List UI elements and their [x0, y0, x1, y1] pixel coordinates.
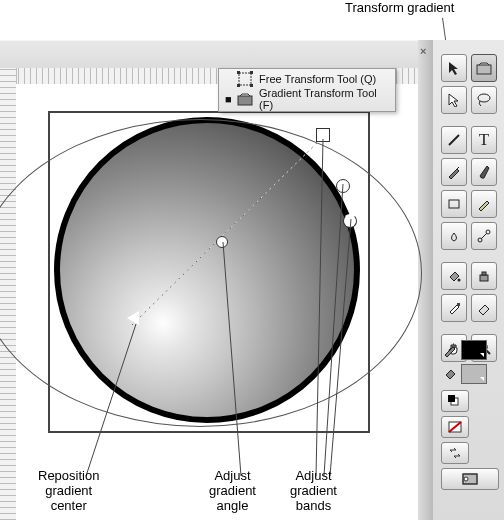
gradient-rotate-handle[interactable] — [343, 214, 357, 228]
svg-line-18 — [481, 233, 487, 239]
svg-rect-7 — [250, 71, 253, 74]
color-swatches — [443, 340, 495, 388]
callout-adjust-angle: Adjust gradient angle — [209, 468, 256, 513]
svg-rect-8 — [237, 84, 240, 87]
flyout-gradient-transform[interactable]: ■ Gradient Transform Tool (F) — [219, 89, 395, 109]
callout-reposition-center: Reposition gradient center — [38, 468, 99, 513]
svg-rect-26 — [448, 395, 455, 402]
free-transform-icon — [237, 71, 253, 87]
label-transform-gradient: Transform gradient — [345, 0, 454, 15]
pencil-tool[interactable] — [471, 190, 497, 218]
swap-colors-button[interactable] — [441, 442, 469, 464]
selection-tool[interactable] — [441, 54, 467, 82]
stage-canvas[interactable] — [16, 84, 418, 520]
svg-rect-20 — [480, 275, 488, 281]
transform-tool[interactable] — [471, 54, 497, 82]
svg-point-19 — [458, 279, 461, 282]
svg-rect-15 — [449, 200, 459, 208]
tools-panel: T — [432, 40, 504, 520]
line-tool[interactable] — [441, 126, 467, 154]
tool-grid: T — [441, 54, 497, 366]
svg-rect-12 — [477, 65, 491, 74]
svg-point-13 — [478, 94, 490, 102]
close-icon[interactable]: × — [420, 45, 430, 55]
gradient-transform-icon — [237, 91, 253, 107]
lasso-tool[interactable] — [471, 86, 497, 114]
svg-rect-10 — [238, 96, 252, 105]
svg-rect-22 — [457, 303, 460, 306]
svg-line-14 — [449, 135, 459, 145]
brush-tool[interactable] — [471, 158, 497, 186]
color-mode-buttons — [441, 390, 497, 494]
no-color-button[interactable] — [441, 416, 469, 438]
svg-rect-21 — [482, 272, 486, 275]
flyout-free-transform[interactable]: Free Transform Tool (Q) — [219, 69, 395, 89]
pen-tool[interactable] — [441, 158, 467, 186]
eyedropper-tool[interactable] — [441, 294, 467, 322]
callout-adjust-bands: Adjust gradient bands — [290, 468, 337, 513]
fill-color-icon — [443, 367, 457, 381]
svg-point-31 — [464, 477, 468, 481]
text-tool[interactable]: T — [471, 126, 497, 154]
black-white-button[interactable] — [441, 390, 469, 412]
flyout-label: Free Transform Tool (Q) — [259, 73, 376, 85]
bone-tool[interactable] — [471, 222, 497, 250]
paint-bucket-tool[interactable] — [441, 262, 467, 290]
subselection-tool[interactable] — [441, 86, 467, 114]
deco-tool[interactable] — [441, 222, 467, 250]
stroke-swatch[interactable] — [461, 340, 487, 360]
gradient-width-handle[interactable] — [336, 179, 350, 193]
svg-rect-5 — [239, 73, 251, 85]
ink-bottle-tool[interactable] — [471, 262, 497, 290]
options-bar: 100% — [0, 40, 418, 70]
options-section-button[interactable] — [441, 468, 499, 490]
figure-frame: Transform gradient 100% × — [0, 0, 504, 520]
stroke-color-icon — [443, 343, 457, 357]
rectangle-tool[interactable] — [441, 190, 467, 218]
svg-rect-9 — [250, 84, 253, 87]
fill-swatch[interactable] — [461, 364, 487, 384]
gradient-focal-handle[interactable] — [216, 236, 228, 248]
svg-rect-6 — [237, 71, 240, 74]
transform-tool-flyout: Free Transform Tool (Q) ■ Gradient Trans… — [218, 68, 396, 112]
flyout-label: Gradient Transform Tool (F) — [259, 87, 389, 111]
eraser-tool[interactable] — [471, 294, 497, 322]
gradient-scale-handle[interactable] — [316, 128, 330, 142]
flyout-bullet: ■ — [225, 93, 231, 105]
